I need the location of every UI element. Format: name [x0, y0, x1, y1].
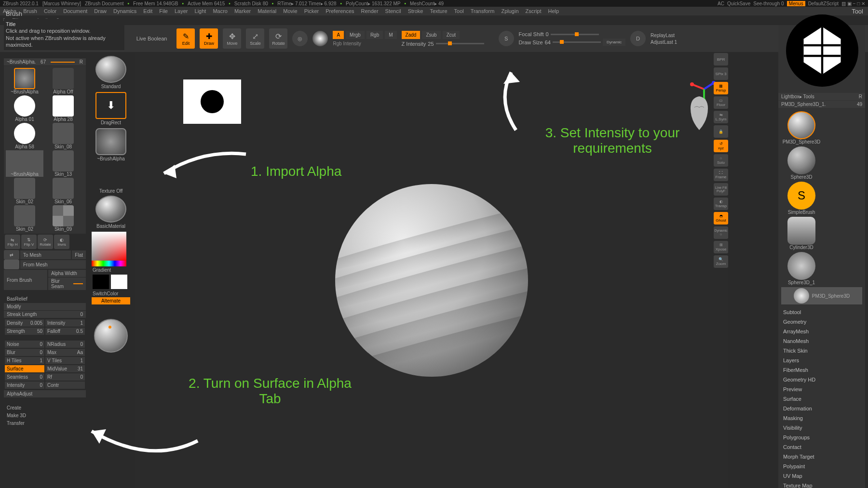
dragrect-stroke[interactable]: ⬇DragRect [92, 92, 130, 125]
d-icon[interactable]: D [630, 31, 646, 46]
nradius-row[interactable]: NRadius0 [45, 341, 85, 348]
ghost-button[interactable]: ◓Ghost [714, 212, 728, 224]
lightbox-tools[interactable]: Lightbox▸ ToolsR [778, 93, 865, 100]
zoom-button[interactable]: 🔍Zoom [714, 255, 728, 268]
brushalpha-slot[interactable]: ~BrushAlpha [92, 128, 130, 161]
menu-preferences[interactable]: Preferences [326, 8, 354, 14]
dynamic-toggle[interactable]: Dynamic [603, 39, 625, 46]
preview-sphere[interactable] [94, 319, 128, 353]
sculpt-sphere[interactable] [335, 184, 528, 377]
menu-texture[interactable]: Texture [430, 8, 447, 14]
to-mesh-button[interactable]: To Mesh [20, 251, 71, 259]
alpha-item[interactable]: Alpha 01 [6, 95, 43, 122]
section-morph[interactable]: Morph Target [778, 452, 865, 462]
section-thickskin[interactable]: Thick Skin [778, 346, 865, 356]
replay-last-button[interactable]: ReplayLast [651, 33, 677, 38]
rotate-alpha-button[interactable]: ⟳Rotate [38, 235, 53, 249]
alpha-item[interactable]: Alpha 58 [6, 123, 43, 149]
rgb-intensity-label[interactable]: Rgb Intensity [333, 41, 396, 46]
edit-button[interactable]: ✎Edit [176, 28, 195, 49]
modify-header[interactable]: Modify [4, 303, 86, 310]
m-button[interactable]: M [385, 31, 396, 39]
falloff-row[interactable]: Falloff0.5 [45, 328, 85, 335]
section-texmap[interactable]: Texture Map [778, 481, 865, 488]
menu-light[interactable]: Light [195, 8, 206, 14]
alpha-item[interactable]: Skin_08 [44, 123, 82, 149]
alpha-item[interactable]: ~BrushAlpha [6, 68, 43, 94]
lsym-button[interactable]: ⇆L.Sym [714, 111, 728, 123]
inverse-button[interactable]: ◐Invrs [54, 235, 69, 249]
alpha-adjust[interactable]: AlphaAdjust [4, 390, 86, 397]
menu-edit[interactable]: Edit [143, 8, 152, 14]
flip-h-button[interactable]: ⇋Flip H [5, 235, 20, 249]
noise-row[interactable]: Noise0 [5, 341, 44, 348]
section-visibility[interactable]: Visibility [778, 423, 865, 433]
adjust-last-label[interactable]: AdjustLast [651, 40, 673, 45]
tool-name-row[interactable]: PM3D_Sphere3D_1.49 [778, 101, 865, 108]
section-polypaint[interactable]: Polypaint [778, 462, 865, 471]
s-icon[interactable]: S [499, 31, 514, 46]
zsub-button[interactable]: Zsub [422, 31, 440, 39]
camera-head[interactable] [685, 94, 714, 132]
menu-picker[interactable]: Picker [304, 8, 319, 14]
streak-row[interactable]: Streak Length0 [4, 311, 86, 318]
tool-item[interactable]: PM3D_Sphere3D [781, 287, 862, 304]
rgb-button[interactable]: Rgb [366, 31, 383, 39]
section-geometry[interactable]: Geometry [778, 317, 865, 327]
alpha-item[interactable]: Alpha 28 [44, 95, 82, 122]
section-nanomesh[interactable]: NanoMesh [778, 336, 865, 346]
sculptris-icon[interactable] [312, 31, 328, 46]
gizmo-icon[interactable]: ◎ [292, 31, 308, 46]
density-row[interactable]: Density0.005 [5, 319, 44, 327]
brush-section-title[interactable]: Brush [4, 9, 124, 19]
menu-help[interactable]: Help [548, 8, 559, 14]
vtiles-row[interactable]: V Tiles1 [45, 357, 85, 364]
create-button[interactable]: Create [4, 404, 86, 411]
menu-render[interactable]: Render [361, 8, 379, 14]
scale-button[interactable]: ⤢Scale [246, 28, 264, 49]
move-button[interactable]: ✥Move [223, 28, 241, 49]
dynamic-button[interactable]: Dynamic○ [714, 226, 728, 239]
tool-item[interactable]: Sphere3D [781, 146, 822, 180]
menu-macro[interactable]: Macro [213, 8, 228, 14]
menu-zscript[interactable]: Zscript [526, 8, 542, 14]
htiles-row[interactable]: H Tiles1 [5, 357, 44, 364]
adjust-last-value[interactable]: 1 [675, 40, 678, 45]
brush-alpha-value[interactable]: 67 [41, 59, 46, 65]
blur-seam[interactable]: Blur Seam [48, 277, 86, 290]
flip-v-button[interactable]: ⇅Flip V [21, 235, 37, 249]
transp-button[interactable]: ◐Transp [714, 198, 728, 210]
draw-size-value[interactable]: 64 [545, 40, 551, 45]
hue-strip[interactable] [92, 261, 126, 266]
alpha-item[interactable]: Skin_02 [6, 178, 43, 204]
intensity-row[interactable]: Intensity1 [45, 319, 85, 327]
menus-button[interactable]: Menus [787, 1, 805, 6]
default-zscript[interactable]: DefaultZScript [808, 1, 839, 6]
section-subtool[interactable]: Subtool [778, 307, 865, 317]
seamless-row[interactable]: Seamless0 [5, 373, 44, 381]
switch-color[interactable]: SwitchColor [92, 290, 130, 297]
menu-movie[interactable]: Movie [283, 8, 297, 14]
midvalue-row[interactable]: MidValue31 [45, 365, 85, 372]
surface-button[interactable]: Surface [5, 365, 44, 372]
blur-row[interactable]: Blur0 [5, 349, 44, 356]
live-boolean-button[interactable]: Live Boolean [132, 36, 172, 41]
tool-item[interactable]: Cylinder3D [781, 217, 822, 250]
quicksave-button[interactable]: QuickSave [727, 1, 750, 6]
focal-slider[interactable] [551, 34, 599, 35]
menu-transform[interactable]: Transform [471, 8, 495, 14]
xyz-button[interactable]: ↺xyz [714, 140, 728, 152]
draw-button[interactable]: ✚Draw [200, 28, 218, 49]
menu-layer[interactable]: Layer [175, 8, 188, 14]
tool-item[interactable]: PM3D_Sphere3D [781, 111, 822, 145]
menu-file[interactable]: File [159, 8, 168, 14]
strength-row[interactable]: Strength50 [5, 328, 44, 335]
intensity2-row[interactable]: Intensity0 [5, 382, 44, 389]
z-intensity-value[interactable]: 25 [428, 41, 434, 47]
tool-title[interactable]: Tool [850, 6, 865, 16]
zadd-button[interactable]: Zadd [402, 31, 420, 39]
from-mesh-button[interactable]: From Mesh [20, 260, 86, 269]
section-fibermesh[interactable]: FiberMesh [778, 365, 865, 375]
local-button[interactable]: 🔒 [714, 125, 728, 138]
z-intensity-slider[interactable] [436, 43, 484, 44]
